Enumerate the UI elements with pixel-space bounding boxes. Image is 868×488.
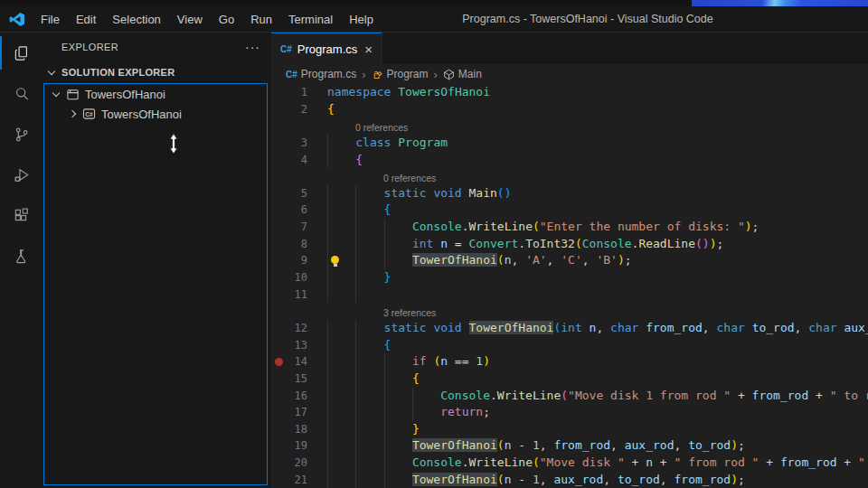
indent-guide bbox=[384, 455, 412, 472]
indent-guide bbox=[355, 236, 383, 253]
indent-guide bbox=[327, 455, 355, 472]
codelens-row[interactable]: 0 references bbox=[271, 168, 868, 185]
indent-guide bbox=[384, 353, 412, 371]
line-number: 7 bbox=[286, 219, 307, 236]
menu-terminal[interactable]: Terminal bbox=[280, 6, 341, 33]
explorer-icon[interactable] bbox=[0, 33, 43, 73]
code-line-20[interactable]: 20Console.WriteLine("Move disk " + n + "… bbox=[271, 455, 868, 472]
indent-guide bbox=[355, 404, 383, 421]
code-line-19[interactable]: 19TowerOfHanoi(n - 1, from_rod, aux_rod,… bbox=[271, 437, 868, 455]
line-number: 15 bbox=[286, 371, 307, 388]
line-number bbox=[286, 168, 307, 185]
code-line-4[interactable]: 4{ bbox=[271, 152, 868, 169]
menu-selection[interactable]: Selection bbox=[104, 6, 168, 33]
line-number: 19 bbox=[286, 437, 307, 455]
tree-item-csproj[interactable]: C# TowersOfHanoi bbox=[44, 104, 267, 124]
svg-text:C#: C# bbox=[85, 111, 93, 117]
code-line-8[interactable]: 8int n = Convert.ToInt32(Console.ReadLin… bbox=[271, 236, 868, 253]
indent-guide bbox=[355, 286, 383, 304]
code-line-9[interactable]: 9TowerOfHanoi(n, 'A', 'C', 'B'); bbox=[271, 252, 868, 269]
views-more-actions-icon[interactable]: ··· bbox=[245, 40, 260, 54]
indent-guide bbox=[355, 202, 383, 219]
chevron-down-icon bbox=[52, 89, 60, 96]
codelens-row[interactable]: 0 references bbox=[271, 117, 868, 135]
solution-icon bbox=[66, 88, 80, 101]
tree-item-solution[interactable]: TowersOfHanoi bbox=[44, 84, 267, 104]
vscode-window: FileEditSelectionViewGoRunTerminalHelp P… bbox=[0, 0, 868, 488]
code-line-15[interactable]: 15{ bbox=[271, 371, 868, 388]
code-line-1[interactable]: 1namespace TowersOfHanoi bbox=[271, 84, 868, 101]
code-line-3[interactable]: 3class Program bbox=[271, 135, 868, 152]
indent-guide bbox=[327, 371, 355, 388]
search-icon[interactable] bbox=[0, 73, 43, 114]
indent-guide bbox=[327, 219, 355, 236]
code-line-21[interactable]: 21TowerOfHanoi(n - 1, aux_rod, to_rod, f… bbox=[271, 472, 868, 488]
indent-guide bbox=[384, 252, 412, 269]
menu-run[interactable]: Run bbox=[242, 6, 280, 33]
code-line-18[interactable]: 18} bbox=[271, 421, 868, 438]
indent-guide bbox=[355, 421, 383, 438]
window-title: Program.cs - TowersOfHanoi - Visual Stud… bbox=[362, 13, 814, 25]
indent-guide bbox=[384, 219, 412, 236]
indent-guide bbox=[412, 388, 440, 405]
code-line-12[interactable]: 12static void TowerOfHanoi(int n, char f… bbox=[271, 320, 868, 337]
tree-focus-border: TowersOfHanoi C# TowersOfHanoi bbox=[43, 83, 268, 485]
code-line-6[interactable]: 6{ bbox=[271, 202, 868, 219]
codelens-references[interactable]: 0 references bbox=[355, 122, 408, 133]
code-line-2[interactable]: 2{ bbox=[271, 101, 868, 118]
symbol-method-icon bbox=[443, 69, 455, 80]
symbol-class-icon bbox=[372, 69, 383, 80]
line-number: 21 bbox=[286, 472, 307, 488]
indent-guide bbox=[384, 421, 412, 438]
breadcrumb-class[interactable]: Program bbox=[372, 68, 429, 80]
source-control-icon[interactable] bbox=[0, 114, 43, 155]
line-number bbox=[286, 117, 307, 135]
code-line-7[interactable]: 7Console.WriteLine("Enter the number of … bbox=[271, 219, 868, 236]
breakpoint-icon[interactable] bbox=[275, 358, 283, 366]
code-line-13[interactable]: 13{ bbox=[271, 337, 868, 354]
code-line-10[interactable]: 10} bbox=[271, 269, 868, 286]
menu-file[interactable]: File bbox=[33, 6, 68, 33]
line-number: 5 bbox=[286, 185, 307, 202]
codelens-references[interactable]: 0 references bbox=[383, 173, 436, 183]
code-line-5[interactable]: 5static void Main() bbox=[271, 185, 868, 202]
indent-guide bbox=[327, 353, 355, 371]
indent-guide bbox=[355, 219, 383, 236]
tab-program-cs[interactable]: C# Program.cs × bbox=[271, 33, 382, 64]
run-and-debug-icon[interactable] bbox=[0, 155, 43, 195]
menu-edit[interactable]: Edit bbox=[68, 6, 104, 33]
indent-guide bbox=[355, 185, 383, 202]
sidebar-explorer: EXPLORER ··· SOLUTION EXPLORER TowersOfH… bbox=[43, 33, 271, 488]
codelens-row[interactable]: 3 references bbox=[271, 303, 868, 320]
code-line-16[interactable]: 16Console.WriteLine("Move disk 1 from ro… bbox=[271, 388, 868, 405]
code-line-17[interactable]: 17return; bbox=[271, 404, 868, 421]
csharp-file-icon: C# bbox=[280, 44, 292, 54]
indent-guide bbox=[327, 202, 355, 219]
indent-guide bbox=[327, 269, 355, 286]
code-line-11[interactable]: 11 bbox=[271, 286, 868, 304]
line-number: 1 bbox=[286, 84, 307, 101]
breadcrumb-method[interactable]: Main bbox=[443, 68, 482, 80]
vscode-logo-icon bbox=[9, 12, 24, 27]
menu-go[interactable]: Go bbox=[211, 6, 242, 33]
indent-guide bbox=[355, 455, 383, 472]
tab-close-icon[interactable]: × bbox=[364, 42, 373, 56]
code-editor[interactable]: 1namespace TowersOfHanoi2{0 references3c… bbox=[271, 84, 868, 488]
indent-guide bbox=[327, 185, 355, 202]
explorer-title: EXPLORER bbox=[61, 42, 118, 52]
menu-view[interactable]: View bbox=[169, 6, 211, 33]
indent-guide bbox=[327, 421, 355, 438]
indent-guide bbox=[355, 320, 383, 337]
section-solution-explorer[interactable]: SOLUTION EXPLORER bbox=[43, 61, 271, 83]
chevron-right-icon bbox=[69, 110, 76, 117]
codelens-references[interactable]: 3 references bbox=[383, 307, 436, 318]
extensions-icon[interactable] bbox=[0, 195, 43, 236]
background-window-accent bbox=[692, 0, 868, 6]
code-line-14[interactable]: 14if (n == 1) bbox=[271, 353, 868, 371]
breadcrumb-file[interactable]: C# Program.cs bbox=[286, 68, 356, 80]
line-number: 12 bbox=[286, 320, 307, 337]
indent-guide bbox=[355, 269, 383, 286]
line-number: 8 bbox=[286, 236, 307, 253]
testing-icon[interactable] bbox=[0, 236, 43, 277]
line-number: 11 bbox=[286, 286, 307, 304]
